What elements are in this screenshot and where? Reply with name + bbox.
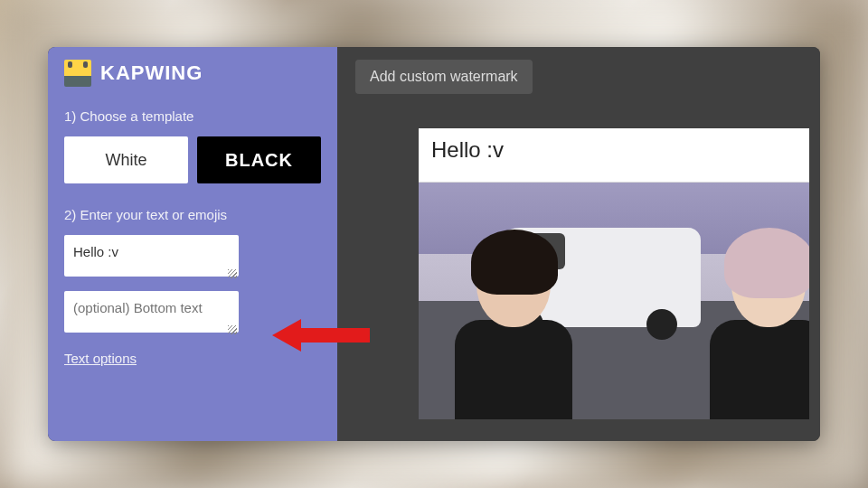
template-white-button[interactable]: White bbox=[64, 136, 188, 183]
kapwing-cat-icon bbox=[64, 60, 91, 87]
svg-marker-0 bbox=[272, 319, 370, 352]
step2-label: 2) Enter your text or emojis bbox=[64, 207, 321, 222]
brand-logo[interactable]: KAPWING bbox=[64, 60, 321, 87]
brand-name: KAPWING bbox=[100, 61, 203, 85]
person-right bbox=[710, 239, 809, 419]
annotation-arrow-icon bbox=[272, 316, 372, 358]
preview-area: Add custom watermark Hello :v bbox=[337, 47, 820, 441]
template-black-button[interactable]: BLACK bbox=[197, 136, 321, 183]
resize-handle-icon[interactable] bbox=[228, 325, 237, 334]
resize-handle-icon[interactable] bbox=[228, 269, 237, 278]
app-frame: KAPWING 1) Choose a template White BLACK… bbox=[48, 47, 820, 441]
person-left bbox=[455, 239, 572, 419]
top-text-input[interactable] bbox=[64, 235, 239, 277]
meme-image bbox=[419, 183, 809, 419]
step1-label: 1) Choose a template bbox=[64, 108, 321, 124]
bottom-text-input[interactable] bbox=[64, 291, 239, 333]
add-watermark-button[interactable]: Add custom watermark bbox=[355, 60, 533, 94]
meme-canvas[interactable]: Hello :v bbox=[419, 128, 809, 419]
editor-sidebar: KAPWING 1) Choose a template White BLACK… bbox=[48, 47, 337, 441]
text-options-link[interactable]: Text options bbox=[64, 351, 137, 366]
top-text-wrap bbox=[64, 235, 239, 280]
caption-top: Hello :v bbox=[419, 128, 809, 183]
bottom-text-wrap bbox=[64, 291, 239, 336]
template-picker: White BLACK bbox=[64, 136, 321, 183]
